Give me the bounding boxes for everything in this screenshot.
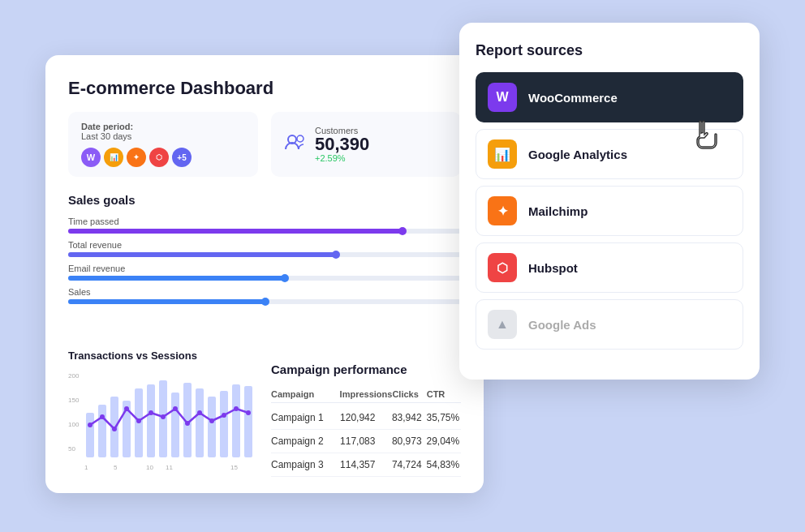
svg-text:11: 11	[166, 464, 173, 471]
goal-label: Total revenue	[68, 240, 461, 250]
sales-goals-title: Sales goals	[68, 193, 461, 207]
dashboard-title: E-commerce Dashboard	[68, 78, 461, 99]
campaign-impressions: 114,357	[340, 459, 392, 470]
svg-point-1	[297, 135, 303, 142]
svg-rect-15	[196, 388, 204, 457]
col-impressions: Impressions	[340, 389, 393, 399]
mailchimp-label: Mailchimp	[528, 204, 588, 218]
svg-text:150: 150	[68, 397, 80, 404]
campaign-row: Campaign 2 117,083 80,973 29,04%	[271, 430, 461, 453]
chart-section: Transactions vs Sessions 200 150 100 50	[68, 350, 255, 477]
svg-text:200: 200	[68, 372, 80, 380]
svg-point-33	[246, 410, 251, 415]
customers-info: Customers 50,390 +2.59%	[315, 126, 369, 163]
svg-text:100: 100	[68, 421, 80, 428]
ga-icon-small: 📊	[104, 148, 123, 167]
rs-item-woocommerce[interactable]: W WooCommerce	[476, 72, 743, 122]
goal-dot	[332, 251, 340, 259]
goal-dot	[281, 274, 289, 282]
google-ads-label: Google Ads	[528, 318, 596, 332]
svg-rect-19	[244, 386, 252, 457]
col-ctr: CTR	[427, 389, 461, 399]
svg-rect-11	[147, 384, 155, 457]
customers-icon	[284, 133, 307, 156]
goal-track	[68, 299, 461, 304]
date-period-value: Last 30 days	[81, 131, 245, 141]
goal-row: Sales	[68, 287, 461, 304]
goal-row: Total revenue	[68, 240, 461, 257]
svg-point-27	[173, 406, 178, 411]
rs-item-hubspot[interactable]: ⬡ Hubspot	[476, 242, 743, 293]
col-clicks: Clicks	[392, 389, 426, 399]
hubspot-label: Hubspot	[528, 261, 578, 275]
woocommerce-label: WooCommerce	[528, 91, 618, 105]
date-period-label: Date period:	[81, 122, 245, 131]
svg-text:1: 1	[84, 464, 88, 471]
goal-row: Email revenue	[68, 264, 461, 281]
chart-title: Transactions vs Sessions	[68, 350, 255, 362]
svg-point-25	[149, 410, 153, 415]
svg-point-20	[88, 423, 93, 427]
campaign-name: Campaign 1	[271, 412, 340, 423]
source-icons: W 📊 ✦ ⬡ +5	[81, 148, 245, 167]
campaign-ctr: 35,75%	[426, 412, 461, 423]
transactions-chart: 200 150 100 50	[68, 368, 255, 474]
svg-rect-7	[98, 405, 106, 457]
svg-point-21	[100, 414, 105, 419]
rs-item-google-ads[interactable]: ▲ Google Ads	[476, 299, 743, 350]
extra-count-badge: +5	[172, 148, 192, 167]
woocommerce-icon: W	[488, 83, 517, 112]
goal-label: Time passed	[68, 217, 461, 226]
svg-point-22	[112, 427, 117, 431]
svg-point-29	[197, 410, 202, 415]
goal-track	[68, 252, 461, 257]
campaign-name: Campaign 2	[271, 435, 340, 447]
svg-point-24	[136, 418, 141, 423]
goal-row: Time passed	[68, 217, 461, 234]
svg-text:10: 10	[146, 464, 153, 471]
campaign-row: Campaign 3 114,357 74,724 54,83%	[271, 453, 461, 477]
customers-box: Customers 50,390 +2.59%	[271, 112, 461, 177]
campaign-row: Campaign 1 120,942 83,942 35,75%	[271, 406, 461, 430]
svg-point-28	[185, 421, 190, 426]
dashboard-card: E-commerce Dashboard Date period: Last 3…	[45, 55, 484, 493]
svg-point-23	[124, 406, 129, 411]
svg-point-30	[209, 418, 214, 423]
report-sources-title: Report sources	[476, 42, 743, 59]
top-row: Date period: Last 30 days W 📊 ✦ ⬡ +5	[68, 112, 461, 177]
hs-icon-small: ⬡	[149, 148, 169, 167]
goal-fill	[68, 276, 284, 281]
goal-track	[68, 229, 461, 234]
rs-item-google-analytics[interactable]: 📊 Google Analytics	[476, 129, 743, 179]
svg-text:50: 50	[68, 445, 75, 453]
campaign-impressions: 117,083	[340, 435, 392, 447]
svg-text:15: 15	[230, 464, 238, 471]
report-sources-card: Report sources W WooCommerce 📊 Google An…	[459, 23, 760, 380]
date-period-box: Date period: Last 30 days W 📊 ✦ ⬡ +5	[68, 112, 258, 177]
google-ads-icon: ▲	[488, 310, 517, 339]
mailchimp-icon: ✦	[488, 196, 517, 225]
campaign-clicks: 74,724	[392, 459, 427, 470]
col-campaign: Campaign	[271, 389, 340, 399]
campaign-title: Campaign performance	[271, 363, 461, 376]
customers-change: +2.59%	[315, 153, 369, 163]
campaign-ctr: 54,83%	[426, 459, 461, 470]
goal-label: Email revenue	[68, 264, 461, 273]
goal-dot	[261, 298, 269, 306]
svg-point-26	[161, 414, 166, 419]
campaign-table-header: Campaign Impressions Clicks CTR	[271, 386, 461, 403]
campaign-clicks: 80,973	[392, 435, 427, 447]
svg-rect-6	[86, 413, 94, 457]
campaign-impressions: 120,942	[340, 412, 392, 423]
hubspot-icon: ⬡	[488, 253, 517, 282]
svg-rect-18	[232, 384, 240, 457]
goal-fill	[68, 252, 335, 257]
campaign-name: Campaign 3	[271, 459, 340, 470]
campaign-clicks: 83,942	[392, 412, 427, 423]
svg-point-31	[222, 413, 226, 418]
rs-item-mailchimp[interactable]: ✦ Mailchimp	[476, 186, 743, 236]
report-sources-list: W WooCommerce 📊 Google Analytics ✦ Mailc…	[476, 72, 743, 350]
goal-track	[68, 276, 461, 281]
svg-point-32	[234, 406, 239, 411]
goal-label: Sales	[68, 287, 461, 297]
